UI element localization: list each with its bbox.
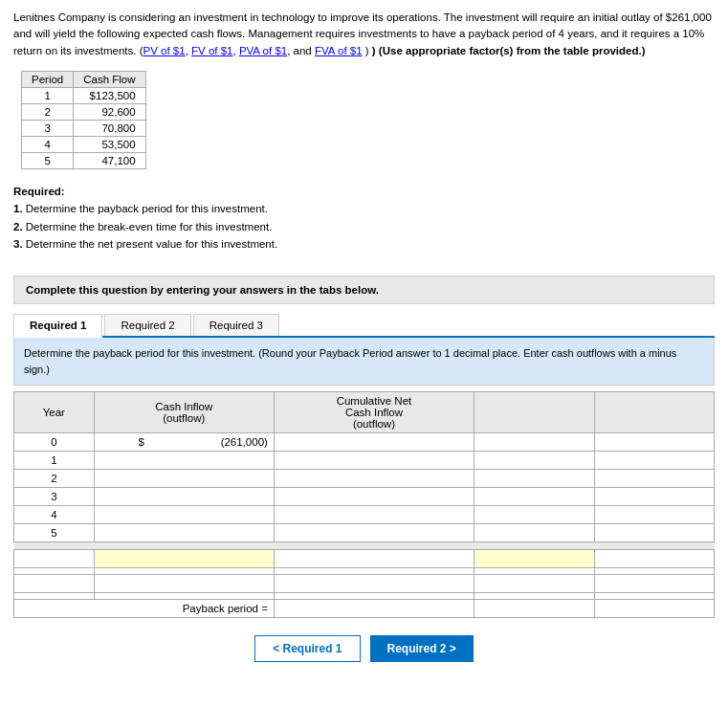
summary-input-4a[interactable] — [94, 593, 274, 600]
required-item-3: 3. Determine the net present value for t… — [13, 235, 715, 253]
cumulative-cell[interactable] — [274, 452, 474, 470]
cf-header-cashflow: Cash Flow — [74, 71, 145, 87]
summary-field-1a[interactable] — [108, 553, 259, 564]
intro-text-2: ) — [363, 45, 372, 56]
cumulative-input[interactable] — [285, 491, 463, 502]
pv-link[interactable]: PV of $1 — [143, 45, 186, 56]
extra1-cell — [474, 452, 594, 470]
summary-label-1 — [14, 550, 95, 568]
cash-inflow-input[interactable] — [104, 454, 263, 466]
cumulative-input[interactable] — [285, 509, 463, 520]
cf-period: 3 — [22, 120, 74, 136]
summary-label-3 — [14, 575, 95, 593]
cash-inflow-cell[interactable] — [94, 506, 274, 524]
comma3: , and — [287, 45, 315, 56]
col-year: Year — [14, 392, 95, 433]
summary-input-3c[interactable] — [474, 575, 594, 593]
year-cell: 1 — [14, 452, 95, 470]
col-extra2 — [594, 392, 715, 433]
cash-inflow-input[interactable] — [104, 527, 263, 539]
summary-input-4b[interactable] — [274, 593, 474, 600]
summary-row-2 — [14, 568, 715, 575]
cf-value: 47,100 — [74, 152, 145, 168]
intro-text: Lenitnes Company is considering an inves… — [13, 10, 715, 59]
summary-input-3d[interactable] — [594, 575, 715, 593]
main-row: 0 $ — [14, 433, 715, 452]
fva-link[interactable]: FVA of $1 — [315, 45, 363, 56]
payback-field[interactable] — [285, 603, 463, 614]
cumulative-input[interactable] — [285, 436, 463, 448]
tab-required-3[interactable]: Required 3 — [193, 314, 279, 336]
summary-input-2b[interactable] — [274, 568, 474, 575]
cf-period: 2 — [22, 103, 74, 120]
col-extra1 — [474, 392, 594, 433]
summary-field-3b[interactable] — [290, 578, 459, 589]
summary-input-2d[interactable] — [594, 568, 715, 575]
pva-link[interactable]: PVA of $1 — [239, 45, 287, 56]
cash-flow-table: Period Cash Flow 1$123,500292,600370,800… — [21, 71, 146, 169]
cash-inflow-dollar: $ — [94, 433, 274, 452]
cumulative-input[interactable] — [285, 473, 463, 484]
cumulative-cell[interactable] — [274, 488, 474, 506]
year-cell: 4 — [14, 506, 95, 524]
cash-inflow-cell[interactable] — [94, 452, 274, 470]
fv-link[interactable]: FV of $1 — [191, 45, 232, 56]
cf-period: 4 — [22, 136, 74, 152]
cash-inflow-input[interactable] — [104, 509, 263, 520]
cumulative-cell[interactable] — [274, 506, 474, 524]
complete-box: Complete this question by entering your … — [13, 276, 715, 304]
cf-value: 53,500 — [74, 136, 145, 152]
cash-inflow-input[interactable] — [104, 473, 263, 484]
cumulative-cell[interactable] — [274, 470, 474, 488]
prev-button[interactable]: < Required 1 — [254, 635, 360, 662]
main-row: 4 — [14, 506, 715, 524]
cash-inflow-input[interactable] — [150, 436, 268, 448]
summary-label-2 — [14, 568, 95, 575]
next-button[interactable]: Required 2 > — [370, 635, 474, 662]
summary-input-2c[interactable] — [474, 568, 594, 575]
summary-input-1b[interactable] — [274, 550, 474, 568]
summary-input-4d[interactable] — [594, 593, 715, 600]
cumulative-cell[interactable] — [274, 433, 474, 452]
summary-row-1 — [14, 550, 715, 568]
cash-inflow-cell[interactable] — [94, 470, 274, 488]
payback-col4 — [474, 600, 594, 618]
summary-row-3 — [14, 575, 715, 593]
cash-inflow-input[interactable] — [104, 491, 263, 502]
summary-input-1d[interactable] — [594, 550, 715, 568]
extra1-cell — [474, 433, 594, 452]
summary-input-3a[interactable] — [94, 575, 274, 593]
col-cumulative: Cumulative NetCash Inflow(outflow) — [274, 392, 474, 433]
summary-row-4 — [14, 593, 715, 600]
cf-row: 370,800 — [22, 120, 146, 136]
summary-input-1c[interactable] — [474, 550, 594, 568]
summary-field-1c[interactable] — [486, 553, 583, 564]
cumulative-cell[interactable] — [274, 524, 474, 542]
main-row: 3 — [14, 488, 715, 506]
summary-input-4c[interactable] — [474, 593, 594, 600]
tab-required-2[interactable]: Required 2 — [104, 314, 190, 336]
cash-inflow-cell[interactable] — [94, 488, 274, 506]
summary-input-1a[interactable] — [94, 550, 274, 568]
tab-required-1[interactable]: Required 1 — [13, 314, 102, 338]
summary-field-3a[interactable] — [108, 578, 259, 589]
year-cell: 3 — [14, 488, 95, 506]
extra1-cell — [474, 524, 594, 542]
summary-input-2a[interactable] — [94, 568, 274, 575]
required-item-1: 1. Determine the payback period for this… — [13, 200, 715, 217]
payback-input[interactable] — [274, 600, 474, 618]
cash-inflow-cell[interactable] — [94, 524, 274, 542]
payback-row: Payback period = — [14, 600, 715, 618]
cf-header-period: Period — [22, 71, 74, 87]
tabs-row: Required 1 Required 2 Required 3 — [13, 314, 715, 338]
cumulative-input[interactable] — [285, 527, 463, 539]
year-cell: 5 — [14, 524, 95, 542]
required-item-2: 2. Determine the break-even time for thi… — [13, 218, 715, 235]
cf-row: 453,500 — [22, 136, 146, 152]
cumulative-input[interactable] — [285, 454, 463, 466]
required-section: Required: 1. Determine the payback perio… — [13, 183, 715, 254]
extra2-cell — [594, 470, 715, 488]
extra1-cell — [474, 470, 594, 488]
cf-period: 5 — [22, 152, 74, 168]
summary-input-3b[interactable] — [274, 575, 474, 593]
